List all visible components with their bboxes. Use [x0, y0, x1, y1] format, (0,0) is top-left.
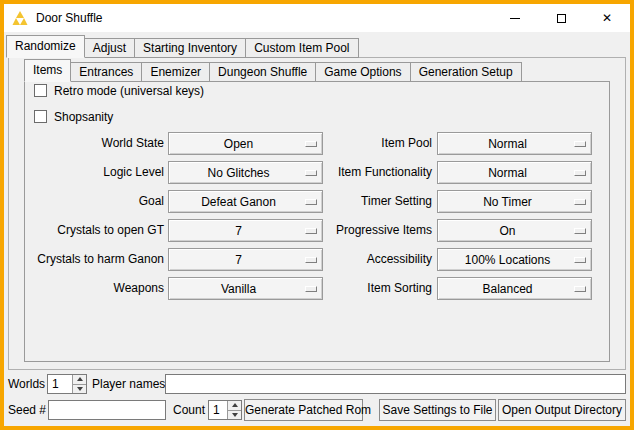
minimize-icon	[510, 18, 520, 19]
world-state-label: World State	[24, 136, 164, 151]
count-spinbox[interactable]: 1	[208, 400, 242, 420]
spin-up-icon[interactable]	[73, 375, 86, 384]
maximize-icon	[557, 14, 566, 23]
weapons-label: Weapons	[24, 281, 164, 296]
worlds-value: 1	[48, 375, 72, 393]
item-pool-dropdown[interactable]: Normal	[437, 132, 592, 155]
shopsanity-checkbox[interactable]: Shopsanity	[34, 109, 113, 124]
dropdown-indicator-icon	[574, 170, 586, 176]
accessibility-label: Accessibility	[262, 252, 432, 267]
crystals-harm-ganon-label: Crystals to harm Ganon	[24, 252, 164, 267]
accessibility-value: 100% Locations	[465, 253, 564, 267]
item-pool-value: Normal	[488, 137, 541, 151]
app-icon	[12, 10, 28, 26]
spin-down-icon[interactable]	[73, 384, 86, 394]
tab-custom-item-pool[interactable]: Custom Item Pool	[245, 38, 358, 58]
tab-randomize[interactable]: Randomize	[6, 35, 85, 58]
dropdown-indicator-icon	[574, 141, 586, 147]
progressive-items-label: Progressive Items	[262, 223, 432, 238]
tab-adjust[interactable]: Adjust	[84, 38, 135, 58]
generate-patched-rom-button[interactable]: Generate Patched Rom	[244, 399, 363, 421]
tab-dungeon-shuffle[interactable]: Dungeon Shuffle	[209, 62, 316, 82]
crystals-open-gt-label: Crystals to open GT	[24, 223, 164, 238]
item-functionality-value: Normal	[488, 166, 541, 180]
window-controls: ✕	[492, 4, 630, 32]
spin-down-icon[interactable]	[228, 410, 241, 420]
dropdown-indicator-icon	[574, 199, 586, 205]
goal-label: Goal	[24, 194, 164, 209]
outer-tab-row: Randomize Adjust Starting Inventory Cust…	[6, 35, 358, 58]
shopsanity-checkbox-box[interactable]	[34, 110, 47, 123]
tab-entrances[interactable]: Entrances	[70, 62, 142, 82]
tab-game-options[interactable]: Game Options	[315, 62, 410, 82]
worlds-spin-arrows	[72, 375, 86, 393]
seed-input[interactable]	[48, 400, 166, 420]
window-frame: Door Shuffle ✕ Randomize Adjust Starting…	[0, 0, 634, 430]
crystals-open-gt-value: 7	[235, 224, 256, 238]
item-pool-label: Item Pool	[262, 136, 432, 151]
accessibility-dropdown[interactable]: 100% Locations	[437, 248, 592, 271]
tab-enemizer[interactable]: Enemizer	[141, 62, 210, 82]
timer-setting-value: No Timer	[483, 195, 546, 209]
minimize-button[interactable]	[492, 4, 538, 32]
tab-starting-inventory[interactable]: Starting Inventory	[134, 38, 246, 58]
item-sorting-value: Balanced	[482, 282, 546, 296]
progressive-items-dropdown[interactable]: On	[437, 219, 592, 242]
player-names-label: Player names	[92, 374, 165, 394]
item-sorting-label: Item Sorting	[262, 281, 432, 296]
item-functionality-label: Item Functionality	[262, 165, 432, 180]
close-button[interactable]: ✕	[584, 4, 630, 32]
tab-generation-setup[interactable]: Generation Setup	[410, 62, 522, 82]
item-sorting-dropdown[interactable]: Balanced	[437, 277, 592, 300]
worlds-spinbox[interactable]: 1	[47, 374, 87, 394]
count-value: 1	[209, 401, 227, 419]
crystals-harm-ganon-value: 7	[235, 253, 256, 267]
maximize-button[interactable]	[538, 4, 584, 32]
save-settings-button[interactable]: Save Settings to File	[379, 399, 496, 421]
seed-label: Seed #	[8, 400, 46, 420]
dropdown-indicator-icon	[574, 286, 586, 292]
tab-items[interactable]: Items	[24, 59, 71, 82]
worlds-label: Worlds	[8, 374, 45, 394]
client-area: Randomize Adjust Starting Inventory Cust…	[4, 32, 630, 426]
count-spin-arrows	[227, 401, 241, 419]
timer-setting-label: Timer Setting	[262, 194, 432, 209]
window-title: Door Shuffle	[36, 11, 103, 25]
player-names-input[interactable]	[165, 374, 626, 394]
world-state-value: Open	[224, 137, 267, 151]
inner-tab-row: Items Entrances Enemizer Dungeon Shuffle…	[24, 59, 521, 82]
dropdown-indicator-icon	[574, 228, 586, 234]
dropdown-indicator-icon	[574, 257, 586, 263]
close-icon: ✕	[602, 12, 612, 24]
progressive-items-value: On	[499, 224, 529, 238]
retro-mode-label: Retro mode (universal keys)	[54, 84, 204, 98]
retro-mode-checkbox[interactable]: Retro mode (universal keys)	[34, 83, 204, 98]
open-output-directory-button[interactable]: Open Output Directory	[498, 399, 626, 421]
titlebar[interactable]: Door Shuffle ✕	[4, 4, 630, 32]
item-functionality-dropdown[interactable]: Normal	[437, 161, 592, 184]
shopsanity-label: Shopsanity	[54, 110, 113, 124]
retro-mode-checkbox-box[interactable]	[34, 84, 47, 97]
timer-setting-dropdown[interactable]: No Timer	[437, 190, 592, 213]
count-label: Count	[173, 400, 205, 420]
spin-up-icon[interactable]	[228, 401, 241, 410]
logic-level-label: Logic Level	[24, 165, 164, 180]
